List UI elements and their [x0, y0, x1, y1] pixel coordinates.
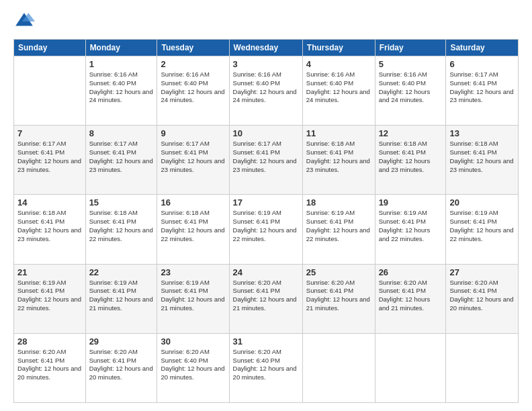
day-number: 20	[449, 197, 515, 208]
logo-icon	[13, 11, 35, 32]
day-number: 18	[306, 197, 371, 208]
calendar-day-cell: 9Sunrise: 6:17 AMSunset: 6:41 PMDaylight…	[157, 126, 229, 195]
day-number: 14	[17, 197, 82, 208]
calendar-day-cell: 26Sunrise: 6:20 AMSunset: 6:41 PMDayligh…	[375, 264, 446, 333]
day-info: Sunrise: 6:17 AMSunset: 6:41 PMDaylight:…	[17, 140, 82, 174]
day-info: Sunrise: 6:20 AMSunset: 6:41 PMDaylight:…	[233, 279, 299, 313]
day-number: 8	[89, 128, 154, 138]
day-info: Sunrise: 6:17 AMSunset: 6:41 PMDaylight:…	[449, 71, 515, 105]
day-info: Sunrise: 6:20 AMSunset: 6:41 PMDaylight:…	[89, 348, 154, 382]
calendar-week-row: 1Sunrise: 6:16 AMSunset: 6:40 PMDaylight…	[14, 56, 519, 126]
day-number: 31	[233, 336, 299, 347]
day-info: Sunrise: 6:19 AMSunset: 6:41 PMDaylight:…	[89, 279, 154, 313]
calendar-day-cell: 3Sunrise: 6:16 AMSunset: 6:40 PMDaylight…	[229, 56, 302, 126]
day-number: 4	[306, 59, 371, 69]
day-info: Sunrise: 6:16 AMSunset: 6:40 PMDaylight:…	[379, 71, 443, 105]
calendar-day-cell: 31Sunrise: 6:20 AMSunset: 6:40 PMDayligh…	[229, 333, 302, 402]
calendar-day-cell: 18Sunrise: 6:19 AMSunset: 6:41 PMDayligh…	[302, 195, 375, 264]
calendar-day-cell: 12Sunrise: 6:18 AMSunset: 6:41 PMDayligh…	[375, 126, 446, 195]
calendar-week-row: 28Sunrise: 6:20 AMSunset: 6:41 PMDayligh…	[14, 333, 519, 402]
empty-cell	[302, 333, 375, 402]
day-number: 10	[233, 128, 299, 138]
calendar-day-cell: 24Sunrise: 6:20 AMSunset: 6:41 PMDayligh…	[229, 264, 302, 333]
day-info: Sunrise: 6:20 AMSunset: 6:41 PMDaylight:…	[379, 279, 443, 313]
day-number: 12	[379, 128, 443, 138]
calendar-day-cell: 30Sunrise: 6:20 AMSunset: 6:40 PMDayligh…	[157, 333, 229, 402]
calendar-day-cell: 8Sunrise: 6:17 AMSunset: 6:41 PMDaylight…	[85, 126, 157, 195]
day-number: 28	[17, 336, 82, 347]
day-number: 29	[89, 336, 154, 347]
day-number: 13	[449, 128, 515, 138]
day-info: Sunrise: 6:17 AMSunset: 6:41 PMDaylight:…	[161, 140, 225, 174]
day-number: 25	[306, 267, 371, 277]
day-number: 1	[89, 59, 154, 69]
calendar-day-cell: 1Sunrise: 6:16 AMSunset: 6:40 PMDaylight…	[85, 56, 157, 126]
calendar-day-cell: 29Sunrise: 6:20 AMSunset: 6:41 PMDayligh…	[85, 333, 157, 402]
day-number: 24	[233, 267, 299, 277]
day-info: Sunrise: 6:19 AMSunset: 6:41 PMDaylight:…	[17, 279, 82, 313]
day-info: Sunrise: 6:16 AMSunset: 6:40 PMDaylight:…	[161, 71, 225, 105]
day-info: Sunrise: 6:18 AMSunset: 6:41 PMDaylight:…	[449, 140, 515, 174]
day-info: Sunrise: 6:18 AMSunset: 6:41 PMDaylight:…	[306, 140, 371, 174]
day-header-thursday: Thursday	[302, 40, 375, 56]
day-info: Sunrise: 6:16 AMSunset: 6:40 PMDaylight:…	[306, 71, 371, 105]
day-number: 16	[161, 197, 225, 208]
calendar-day-cell: 6Sunrise: 6:17 AMSunset: 6:41 PMDaylight…	[446, 56, 519, 126]
calendar-day-cell: 16Sunrise: 6:18 AMSunset: 6:41 PMDayligh…	[157, 195, 229, 264]
day-number: 7	[17, 128, 82, 138]
day-number: 22	[89, 267, 154, 277]
day-info: Sunrise: 6:20 AMSunset: 6:40 PMDaylight:…	[233, 348, 299, 382]
calendar-day-cell: 5Sunrise: 6:16 AMSunset: 6:40 PMDaylight…	[375, 56, 446, 126]
calendar-day-cell: 28Sunrise: 6:20 AMSunset: 6:41 PMDayligh…	[14, 333, 86, 402]
logo	[13, 11, 38, 32]
day-info: Sunrise: 6:18 AMSunset: 6:41 PMDaylight:…	[161, 209, 225, 243]
calendar-day-cell: 25Sunrise: 6:20 AMSunset: 6:41 PMDayligh…	[302, 264, 375, 333]
calendar-day-cell: 10Sunrise: 6:17 AMSunset: 6:41 PMDayligh…	[229, 126, 302, 195]
calendar-day-cell: 14Sunrise: 6:18 AMSunset: 6:41 PMDayligh…	[14, 195, 86, 264]
day-number: 11	[306, 128, 371, 138]
day-number: 6	[449, 59, 515, 69]
day-info: Sunrise: 6:18 AMSunset: 6:41 PMDaylight:…	[379, 140, 443, 174]
calendar-day-cell: 11Sunrise: 6:18 AMSunset: 6:41 PMDayligh…	[302, 126, 375, 195]
calendar-header-row: SundayMondayTuesdayWednesdayThursdayFrid…	[14, 40, 519, 56]
day-number: 17	[233, 197, 299, 208]
header	[13, 11, 519, 32]
calendar-week-row: 7Sunrise: 6:17 AMSunset: 6:41 PMDaylight…	[14, 126, 519, 195]
day-info: Sunrise: 6:19 AMSunset: 6:41 PMDaylight:…	[161, 279, 225, 313]
day-number: 23	[161, 267, 225, 277]
day-header-saturday: Saturday	[446, 40, 519, 56]
day-number: 15	[89, 197, 154, 208]
calendar-day-cell: 22Sunrise: 6:19 AMSunset: 6:41 PMDayligh…	[85, 264, 157, 333]
calendar-week-row: 21Sunrise: 6:19 AMSunset: 6:41 PMDayligh…	[14, 264, 519, 333]
day-number: 3	[233, 59, 299, 69]
calendar-day-cell: 2Sunrise: 6:16 AMSunset: 6:40 PMDaylight…	[157, 56, 229, 126]
calendar-day-cell: 19Sunrise: 6:19 AMSunset: 6:41 PMDayligh…	[375, 195, 446, 264]
day-number: 19	[379, 197, 443, 208]
day-info: Sunrise: 6:17 AMSunset: 6:41 PMDaylight:…	[89, 140, 154, 174]
empty-cell	[446, 333, 519, 402]
day-number: 27	[449, 267, 515, 277]
calendar-day-cell: 23Sunrise: 6:19 AMSunset: 6:41 PMDayligh…	[157, 264, 229, 333]
page: SundayMondayTuesdayWednesdayThursdayFrid…	[0, 0, 532, 411]
day-info: Sunrise: 6:20 AMSunset: 6:41 PMDaylight:…	[306, 279, 371, 313]
calendar-day-cell: 17Sunrise: 6:19 AMSunset: 6:41 PMDayligh…	[229, 195, 302, 264]
day-header-monday: Monday	[85, 40, 157, 56]
day-info: Sunrise: 6:19 AMSunset: 6:41 PMDaylight:…	[306, 209, 371, 243]
calendar-table: SundayMondayTuesdayWednesdayThursdayFrid…	[13, 39, 519, 403]
day-number: 9	[161, 128, 225, 138]
day-info: Sunrise: 6:19 AMSunset: 6:41 PMDaylight:…	[233, 209, 299, 243]
day-info: Sunrise: 6:19 AMSunset: 6:41 PMDaylight:…	[379, 209, 443, 243]
day-header-wednesday: Wednesday	[229, 40, 302, 56]
calendar-day-cell: 20Sunrise: 6:19 AMSunset: 6:41 PMDayligh…	[446, 195, 519, 264]
day-number: 2	[161, 59, 225, 69]
empty-cell	[14, 56, 86, 126]
day-info: Sunrise: 6:19 AMSunset: 6:41 PMDaylight:…	[449, 209, 515, 243]
day-info: Sunrise: 6:20 AMSunset: 6:41 PMDaylight:…	[449, 279, 515, 313]
day-info: Sunrise: 6:18 AMSunset: 6:41 PMDaylight:…	[17, 209, 82, 243]
day-info: Sunrise: 6:18 AMSunset: 6:41 PMDaylight:…	[89, 209, 154, 243]
day-info: Sunrise: 6:17 AMSunset: 6:41 PMDaylight:…	[233, 140, 299, 174]
calendar-day-cell: 27Sunrise: 6:20 AMSunset: 6:41 PMDayligh…	[446, 264, 519, 333]
calendar-week-row: 14Sunrise: 6:18 AMSunset: 6:41 PMDayligh…	[14, 195, 519, 264]
calendar-day-cell: 4Sunrise: 6:16 AMSunset: 6:40 PMDaylight…	[302, 56, 375, 126]
day-number: 21	[17, 267, 82, 277]
